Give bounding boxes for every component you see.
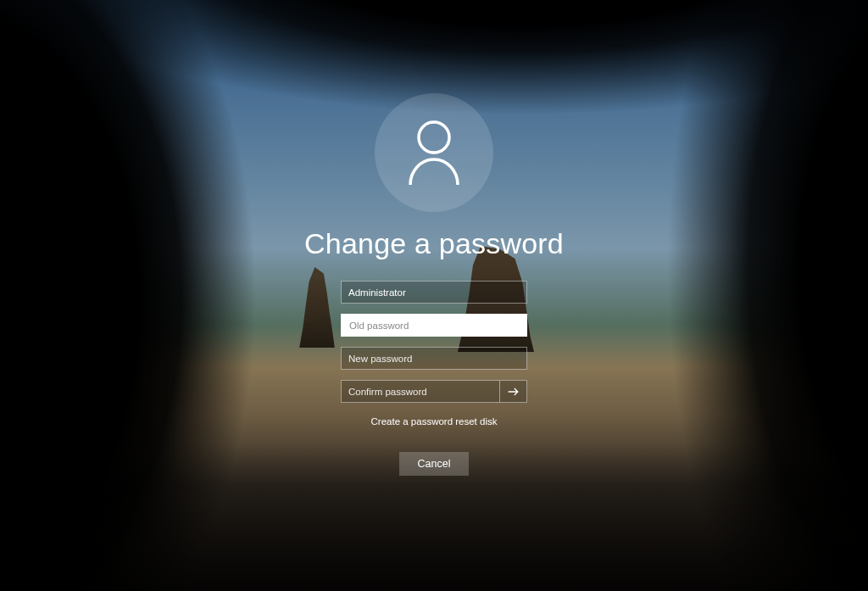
- svg-point-0: [419, 122, 449, 153]
- username-field[interactable]: [341, 281, 527, 304]
- old-password-field-wrapper: [341, 314, 527, 337]
- confirm-password-row: [341, 380, 527, 403]
- change-password-form: Create a password reset disk Cancel: [341, 281, 527, 476]
- cancel-button[interactable]: Cancel: [399, 452, 470, 476]
- confirm-password-field-wrapper: [341, 380, 500, 403]
- old-password-field[interactable]: [341, 314, 527, 337]
- page-title: Change a password: [304, 227, 564, 260]
- user-avatar: [375, 93, 493, 212]
- new-password-field[interactable]: [341, 347, 527, 370]
- new-password-field-wrapper: [341, 347, 527, 370]
- username-field-wrapper: [341, 281, 527, 304]
- confirm-password-field[interactable]: [341, 380, 500, 403]
- user-icon: [403, 119, 465, 187]
- submit-button[interactable]: [500, 380, 527, 403]
- password-reset-disk-link[interactable]: Create a password reset disk: [371, 416, 498, 427]
- change-password-panel: Change a password Create a password re: [0, 0, 868, 591]
- arrow-right-icon: [507, 386, 520, 398]
